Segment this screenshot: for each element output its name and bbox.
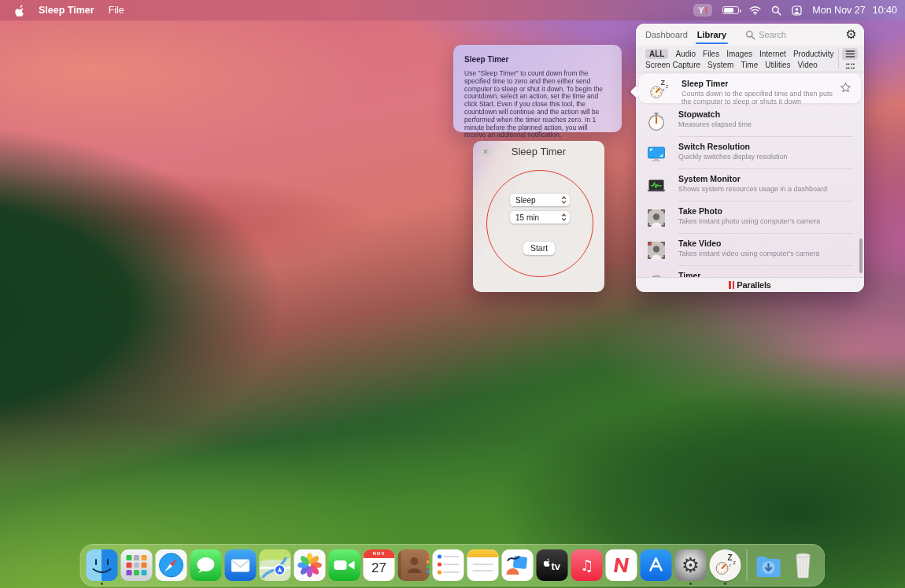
search-input[interactable] — [759, 30, 845, 39]
tool-desc: Shows system resources usage in a dashbo… — [678, 185, 831, 193]
filter-productivity[interactable]: Productivity — [793, 50, 834, 58]
user-switching-icon[interactable] — [792, 6, 802, 16]
filter-images[interactable]: Images — [726, 50, 752, 58]
tool-title: Take Video — [678, 239, 831, 248]
dock-item-reminders[interactable] — [433, 549, 464, 581]
panel-footer: Parallels — [636, 277, 864, 292]
parallels-logo-icon — [729, 281, 734, 289]
action-select[interactable]: Sleep — [510, 194, 570, 206]
system-monitor-icon — [645, 174, 668, 198]
action-select-value: Sleep — [515, 196, 536, 205]
dock-item-tv[interactable]: tv — [537, 549, 568, 581]
filter-audio[interactable]: Audio — [675, 50, 696, 58]
sleep-timer-icon: Zzz — [648, 77, 671, 101]
dock-item-system-settings[interactable]: ⚙ — [675, 549, 707, 581]
scrollbar-thumb[interactable] — [859, 239, 863, 273]
filter-system[interactable]: System — [707, 61, 733, 69]
filter-utilities[interactable]: Utilities — [765, 61, 790, 69]
dock-item-finder[interactable] — [87, 549, 118, 581]
grid-view-button[interactable] — [842, 60, 858, 72]
calendar-day: 27 — [364, 558, 395, 579]
running-indicator — [689, 582, 692, 585]
dock-item-photos[interactable] — [294, 549, 326, 581]
calendar-month: NOV — [364, 549, 395, 558]
dock-item-freeform[interactable] — [502, 549, 534, 581]
svg-text:z: z — [733, 560, 737, 565]
dock-item-trash[interactable] — [788, 549, 819, 581]
tool-title: Timer — [678, 271, 831, 277]
dock-item-mail[interactable] — [225, 549, 257, 581]
menubar-date[interactable]: Mon Nov 27 — [812, 5, 865, 16]
tab-dashboard[interactable]: Dashboard — [645, 30, 688, 40]
menubar-clock[interactable]: 10:40 — [873, 5, 897, 16]
dock-item-contacts[interactable] — [398, 549, 430, 581]
stepper-icon — [561, 195, 567, 205]
filter-bar: ALL Audio Files Images Internet Producti… — [636, 46, 864, 72]
dock-item-notes[interactable] — [467, 549, 499, 581]
tool-row-take-photo[interactable]: Take Photo Takes instant photo using com… — [636, 202, 864, 234]
tool-desc: Quickly switches display resolution — [678, 153, 831, 161]
filter-screen-capture[interactable]: Screen Capture — [645, 61, 700, 69]
tool-title: Take Photo — [678, 206, 831, 216]
dock-item-music[interactable]: ♫ — [571, 549, 603, 581]
gear-icon[interactable]: ⚙ — [845, 28, 856, 41]
tool-desc: Takes instant photo using computer's cam… — [678, 217, 831, 225]
dock-item-facetime[interactable] — [329, 549, 360, 581]
svg-text:z: z — [730, 563, 732, 568]
dock-item-sleep-timer[interactable]: Zzz — [710, 549, 741, 581]
duration-select-value: 15 min — [515, 213, 539, 222]
panel-header: Dashboard Library ⚙ — [636, 24, 864, 46]
search-field[interactable] — [745, 30, 845, 40]
duration-select[interactable]: 15 min — [510, 211, 570, 224]
filter-all[interactable]: ALL — [645, 49, 668, 59]
dock-item-maps[interactable] — [260, 549, 291, 581]
tool-row-switch-resolution[interactable]: Switch Resolution Quickly switches displ… — [636, 137, 864, 169]
dock: NOV 27 tv ♫ ⚙ — [80, 544, 826, 586]
toolbox-panel: Dashboard Library ⚙ ALL Audio Files Imag… — [636, 24, 864, 292]
dock-item-news[interactable] — [606, 549, 637, 581]
tool-list: Zzz Sleep Timer Counts down to the speci… — [636, 72, 864, 277]
menubar-app-name[interactable]: Sleep Timer — [39, 5, 94, 16]
take-video-icon — [645, 239, 668, 262]
svg-text:♫: ♫ — [580, 557, 593, 574]
battery-icon[interactable] — [722, 6, 739, 14]
tool-row-system-monitor[interactable]: System Monitor Shows system resources us… — [636, 169, 864, 202]
tab-library[interactable]: Library — [697, 30, 726, 40]
countdown-ring — [486, 170, 593, 277]
tool-row-sleep-timer[interactable]: Zzz Sleep Timer Counts down to the speci… — [639, 74, 861, 103]
tool-row-timer[interactable]: Timer — [636, 266, 864, 277]
window-title: Sleep Timer — [473, 146, 604, 157]
tool-desc: Takes instant video using computer's cam… — [678, 250, 831, 257]
dock-item-messages[interactable] — [190, 549, 222, 581]
dock-item-launchpad[interactable] — [121, 549, 153, 581]
svg-text:tv: tv — [552, 560, 561, 572]
wifi-icon[interactable] — [749, 6, 761, 15]
search-menubar-icon[interactable] — [771, 6, 781, 16]
favorite-star-icon[interactable] — [840, 81, 851, 96]
dock-separator — [747, 549, 748, 581]
parallels-toolbox-menubar-icon[interactable]: YI — [693, 4, 712, 17]
dock-item-calendar[interactable]: NOV 27 — [364, 549, 395, 581]
dock-item-app-store[interactable] — [641, 549, 672, 581]
filter-time[interactable]: Time — [741, 61, 758, 69]
parallels-brand-text: Parallels — [737, 280, 770, 290]
dock-item-safari[interactable] — [156, 549, 187, 581]
svg-text:⚙: ⚙ — [682, 553, 700, 577]
menubar-menu-file[interactable]: File — [109, 5, 124, 16]
tool-row-take-video[interactable]: Take Video Takes instant video using com… — [636, 234, 864, 266]
filter-files[interactable]: Files — [703, 50, 719, 58]
timer-icon — [645, 271, 668, 278]
filter-video[interactable]: Video — [797, 61, 817, 69]
tool-title: Switch Resolution — [678, 142, 831, 151]
filter-internet[interactable]: Internet — [759, 50, 786, 58]
sleep-timer-tooltip: Sleep Timer Use "Sleep Timer" to count d… — [453, 45, 622, 132]
list-view-button[interactable] — [842, 48, 858, 60]
start-button[interactable]: Start — [523, 242, 555, 255]
tool-row-stopwatch[interactable]: Stopwatch Measures elapsed time — [636, 105, 864, 137]
menu-bar: Sleep Timer File YI Mon Nov 27 10:40 — [0, 0, 905, 20]
take-photo-icon — [645, 206, 668, 230]
dock-item-downloads[interactable] — [753, 549, 785, 581]
stopwatch-icon — [645, 109, 668, 133]
tool-desc: Measures elapsed time — [678, 120, 831, 128]
apple-menu-icon[interactable] — [14, 5, 24, 17]
